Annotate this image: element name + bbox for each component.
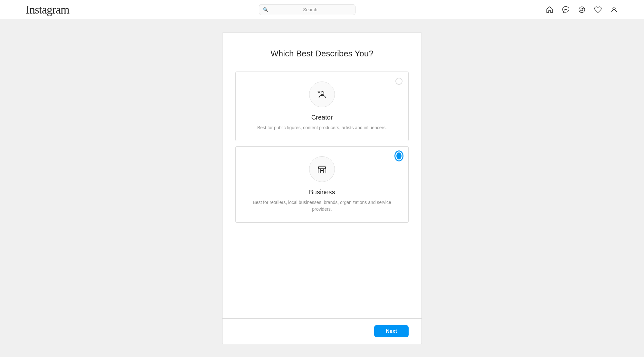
svg-rect-4 (318, 169, 326, 173)
svg-point-0 (579, 7, 585, 13)
creator-option[interactable]: Creator Best for public figures, content… (235, 72, 409, 141)
business-description: Best for retailers, local businesses, br… (251, 199, 393, 213)
svg-rect-5 (321, 170, 323, 173)
nav-icons (545, 5, 618, 14)
instagram-logo: Instagram (26, 3, 69, 16)
card-body: Which Best Describes You? Creator Best f… (223, 33, 421, 318)
search-icon: 🔍 (263, 7, 268, 12)
profile-avatar[interactable] (610, 5, 618, 14)
heart-icon[interactable] (594, 5, 602, 14)
business-title: Business (309, 188, 335, 196)
card-footer: Next (223, 318, 421, 344)
messenger-icon[interactable] (562, 5, 570, 14)
main-content: Which Best Describes You? Creator Best f… (0, 19, 644, 357)
creator-description: Best for public figures, content produce… (257, 124, 387, 131)
search-container: 🔍 (259, 4, 355, 15)
business-option[interactable]: Business Best for retailers, local busin… (235, 146, 409, 223)
page-title: Which Best Describes You? (235, 49, 409, 59)
business-shop-icon (317, 164, 327, 174)
search-input[interactable] (259, 4, 355, 15)
creator-icon-circle (309, 82, 335, 107)
svg-point-1 (613, 7, 615, 10)
svg-marker-3 (317, 91, 320, 93)
home-icon[interactable] (545, 5, 554, 14)
selection-card: Which Best Describes You? Creator Best f… (222, 32, 422, 344)
navbar: Instagram 🔍 (0, 0, 644, 19)
svg-point-2 (321, 92, 324, 94)
next-button[interactable]: Next (374, 325, 409, 337)
creator-radio[interactable] (395, 78, 402, 85)
creator-title: Creator (311, 114, 333, 121)
creator-person-icon (317, 89, 327, 100)
explore-icon[interactable] (578, 5, 586, 14)
business-radio[interactable] (395, 152, 402, 159)
business-icon-circle (309, 156, 335, 182)
